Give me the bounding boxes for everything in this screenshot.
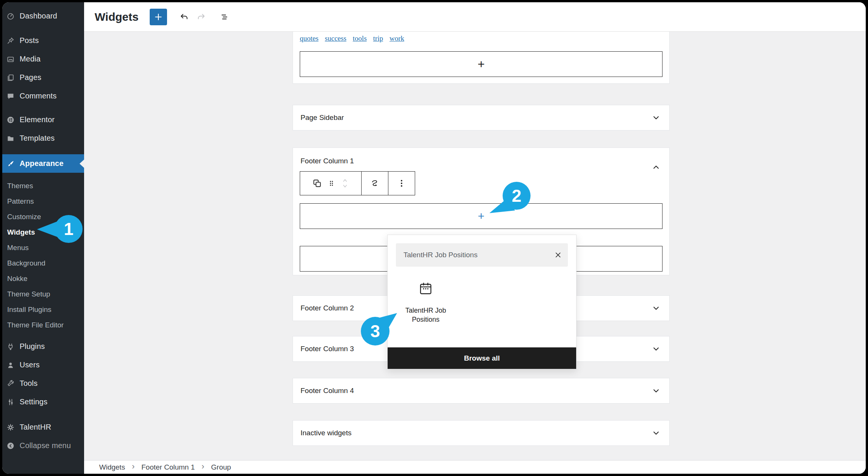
elementor-icon [6,115,15,124]
ellipsis-icon [396,178,407,189]
dashboard-icon [6,12,15,21]
panel-label: Inactive widgets [293,429,351,437]
drag-handle[interactable] [325,178,337,189]
sidebar-item-label: Templates [20,134,55,143]
sidebar-item-pages[interactable]: Pages [2,68,84,87]
chevron-down-icon[interactable] [651,303,661,313]
submenu-item-patterns[interactable]: Patterns [2,193,84,209]
collapse-menu-button[interactable]: Collapse menu [2,436,84,455]
undo-icon [179,12,189,22]
list-view-button[interactable] [215,9,233,25]
browse-all-button[interactable]: Browse all [388,347,576,369]
submenu-item-theme-setup[interactable]: Theme Setup [2,286,84,302]
sidebar-item-dashboard[interactable]: Dashboard [2,7,84,25]
tag-link[interactable]: work [390,34,404,43]
options-button[interactable] [395,178,408,189]
wordpress-admin: Dashboard Posts Media Pages Comments Ele… [2,2,866,474]
breadcrumb-item-footer-column-1[interactable]: Footer Column 1 [141,463,195,471]
quick-inserter-popup: TalentHR Job Positions Browse all [387,235,577,369]
block-appender[interactable]: + [300,51,663,77]
sidebar-item-label: Dashboard [20,12,57,20]
sidebar-item-posts[interactable]: Posts [2,31,84,50]
sidebar-item-label: Pages [20,73,41,82]
select-group-button[interactable] [310,178,324,189]
screenshot-frame: Dashboard Posts Media Pages Comments Ele… [0,0,868,476]
block-result-talenthr-job-positions[interactable]: TalentHR Job Positions [394,281,458,343]
tag-link[interactable]: quotes [300,34,319,43]
plus-icon: + [478,58,485,70]
chevron-up-icon [340,177,350,183]
panel-page-sidebar[interactable]: Page Sidebar [293,105,670,131]
page-title: Widgets [95,11,138,23]
tag-cloud: quotes success tools trip work [293,34,669,43]
chevron-down-icon[interactable] [651,344,661,354]
active-menu-arrow [80,160,84,168]
redo-button[interactable] [193,9,210,25]
sidebar-item-label: Settings [20,398,48,406]
pin-icon [6,36,15,45]
breadcrumb-separator: › [201,462,204,472]
chevron-down-icon[interactable] [651,386,661,396]
drag-dots-icon [327,178,336,189]
chevron-down-icon[interactable] [651,428,661,438]
panel-label: Footer Column 1 [301,157,354,165]
tag-link[interactable]: tools [353,34,367,43]
block-inserter-toggle-button[interactable] [150,9,167,25]
sidebar-item-label: Plugins [20,342,45,351]
plus-icon: + [478,210,485,222]
sidebar-item-elementor[interactable]: Elementor [2,111,84,129]
submenu-item-background[interactable]: Background [2,255,84,271]
submenu-item-widgets[interactable]: Widgets [2,224,84,240]
sidebar-item-tools[interactable]: Tools [2,374,84,393]
calendar-icon [418,281,433,296]
submenu-item-install-plugins[interactable]: Install Plugins [2,302,84,317]
sidebar-item-label: Media [20,55,40,63]
panel-header[interactable]: Footer Column 1 [293,148,669,165]
submenu-item-customize[interactable]: Customize [2,209,84,224]
folder-icon [6,134,15,143]
breadcrumb: Widgets › Footer Column 1 › Group [84,460,866,474]
sidebar-item-label: Comments [20,92,57,100]
move-to-arrow-icon [370,178,380,189]
block-search-input[interactable] [396,251,548,259]
chevron-up-icon[interactable] [651,162,661,172]
chevron-down-icon[interactable] [651,113,661,123]
submenu-item-themes[interactable]: Themes [2,178,84,193]
submenu-item-theme-file-editor[interactable]: Theme File Editor [2,317,84,333]
plugin-icon [6,342,15,351]
breadcrumb-separator: › [132,462,135,472]
collapse-arrow-icon [6,441,15,450]
breadcrumb-item-group[interactable]: Group [211,463,231,471]
plus-icon [153,12,163,22]
sidebar-item-templates[interactable]: Templates [2,129,84,147]
user-icon [6,361,15,370]
panel-footer-column-4[interactable]: Footer Column 4 [293,378,670,404]
panel-label: Page Sidebar [293,114,344,122]
move-down-button[interactable] [339,183,351,189]
move-up-button[interactable] [339,177,351,183]
sidebar-item-settings[interactable]: Settings [2,393,84,411]
submenu-item-menus[interactable]: Menus [2,240,84,255]
sidebar-item-users[interactable]: Users [2,356,84,374]
sidebar-item-talenthr[interactable]: TalentHR [2,418,84,436]
block-result-label: TalentHR Job Positions [405,306,446,324]
submenu-item-nokke[interactable]: Nokke [2,271,84,286]
sidebar-item-comments[interactable]: Comments [2,87,84,105]
block-appender-footer1[interactable]: + [300,203,663,229]
sidebar-item-plugins[interactable]: Plugins [2,337,84,356]
tag-link[interactable]: success [325,34,347,43]
sidebar-item-label: Collapse menu [20,441,71,450]
sidebar-item-appearance[interactable]: Appearance [2,154,84,173]
breadcrumb-item-widgets[interactable]: Widgets [99,463,125,471]
sliders-icon [6,398,15,407]
move-to-button[interactable] [368,178,382,189]
sidebar-item-label: Appearance [20,159,64,168]
panel-inactive-widgets[interactable]: Inactive widgets [293,420,670,446]
sidebar-item-media[interactable]: Media [2,50,84,68]
sidebar-item-label: Tools [20,379,38,388]
tag-link[interactable]: trip [373,34,383,43]
undo-button[interactable] [175,9,193,25]
clear-search-button[interactable] [548,245,568,265]
wrench-icon [6,379,15,388]
panel-label: Footer Column 4 [293,387,354,395]
